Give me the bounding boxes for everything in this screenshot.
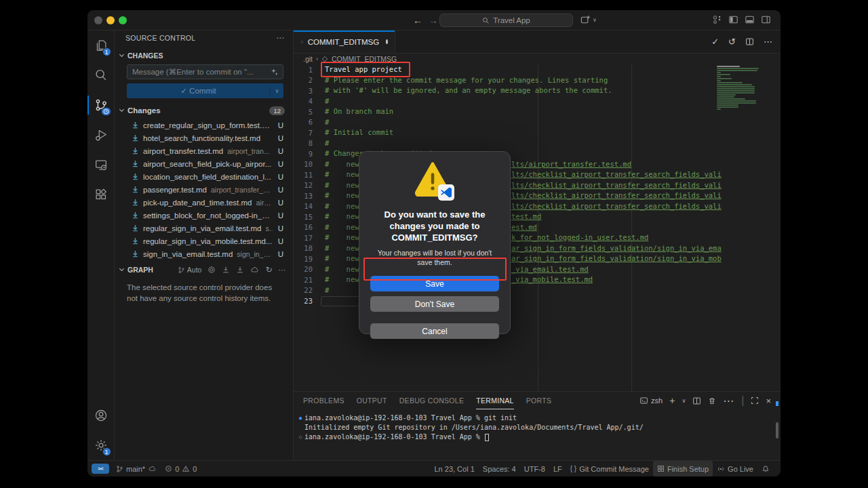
changes-tree-header[interactable]: Changes 12 — [115, 104, 293, 117]
panel-tab-debug-console[interactable]: DEBUG CONSOLE — [399, 392, 465, 409]
dont-save-button[interactable]: Don't Save — [370, 296, 499, 312]
git-status-letter: U — [273, 147, 283, 155]
changed-file-row[interactable]: regular_sign_in_via_mobile.test.md...U — [115, 235, 293, 247]
chevron-down-icon[interactable]: ∨ — [682, 398, 686, 404]
error-count: 0 — [175, 465, 179, 473]
panel-tab-problems[interactable]: PROBLEMS — [303, 392, 344, 409]
eol-item[interactable]: LF — [549, 461, 566, 476]
command-center-search[interactable]: Travel App — [439, 14, 573, 27]
cancel-button[interactable]: Cancel — [370, 323, 499, 339]
push-icon[interactable] — [236, 266, 244, 274]
finish-setup-icon — [657, 465, 665, 472]
changed-file-row[interactable]: create_regular_sign_up_form.test.mdU — [115, 119, 293, 131]
chevron-down-icon — [119, 107, 124, 112]
fetch-cloud-icon[interactable] — [250, 266, 259, 274]
markdown-file-icon — [131, 146, 140, 155]
graph-auto-toggle[interactable]: Auto — [178, 266, 202, 274]
sidebar-item-extensions[interactable] — [87, 180, 115, 209]
cursor-position-item[interactable]: Ln 23, Col 1 — [430, 461, 478, 476]
traffic-light-close[interactable] — [94, 16, 102, 24]
terminal-profile-chip[interactable]: zsh — [639, 396, 663, 405]
branch-status-item[interactable]: main* — [112, 461, 161, 476]
toggle-sidebar-right-icon[interactable] — [761, 15, 771, 24]
problems-status-item[interactable]: 0 0 — [161, 461, 201, 476]
tab-commit-editmsg[interactable]: COMMIT_EDITMSG — [294, 30, 395, 53]
commit-button[interactable]: ✓ Commit ∨ — [127, 83, 283, 98]
more-actions-icon[interactable]: ⋯ — [723, 394, 734, 407]
sidebar-item-run-debug[interactable] — [87, 120, 115, 150]
changed-file-row[interactable]: settings_block_for_not_logged-in_u...U — [115, 209, 293, 222]
split-editor-icon[interactable] — [745, 37, 754, 46]
extensions-icon — [94, 187, 108, 202]
maximize-panel-icon[interactable] — [751, 396, 759, 405]
changed-file-row[interactable]: airport_search_field_pick-up_airpor...U — [115, 157, 293, 170]
changed-file-row[interactable]: airport_transfer.test.mdairport_tran...U — [115, 144, 293, 157]
forward-arrow-icon[interactable]: → — [429, 14, 438, 26]
sidebar-item-explorer[interactable]: 1 — [87, 30, 115, 60]
commit-dropdown-chevron-icon[interactable]: ∨ — [270, 87, 283, 94]
terminal-scrollbar[interactable] — [776, 401, 778, 439]
chevron-down-icon[interactable]: ∨ — [593, 17, 597, 23]
more-actions-icon[interactable]: ⋯ — [764, 37, 772, 47]
sidebar-item-remote-explorer[interactable] — [87, 150, 115, 180]
more-actions-icon[interactable]: ⋯ — [279, 266, 287, 274]
sidebar-item-source-control[interactable] — [87, 90, 115, 120]
dialog-title: Do you want to save the changes you made… — [370, 209, 499, 243]
panel-tab-ports[interactable]: PORTS — [526, 392, 551, 409]
notifications-bell-icon[interactable] — [757, 461, 774, 476]
sparkle-icon[interactable] — [271, 68, 279, 76]
encoding-item[interactable]: UTF-8 — [520, 461, 549, 476]
changed-file-row[interactable]: hotel_search_functionality.test.mdU — [115, 131, 293, 144]
markdown-file-icon — [131, 121, 140, 129]
language-mode-item[interactable]: { } Git Commit Message — [566, 461, 653, 476]
markdown-file-icon — [131, 237, 140, 245]
commit-message-input[interactable] — [132, 68, 271, 76]
split-terminal-icon[interactable] — [692, 396, 701, 405]
command-center-label: Travel App — [493, 16, 530, 24]
command-decoration-icon: ● — [296, 413, 304, 423]
remote-indicator[interactable]: >< — [92, 464, 109, 474]
trash-icon[interactable] — [708, 396, 716, 405]
sidebar-item-search[interactable] — [87, 60, 115, 90]
breadcrumb-root[interactable]: .git — [303, 55, 313, 63]
changed-file-row[interactable]: sign_in_via_email.test.mdsign_in_fo...U — [115, 247, 293, 260]
discard-icon[interactable]: ↺ — [728, 37, 736, 47]
code-line[interactable]: 7# Initial commit — [294, 127, 781, 138]
changes-section-header[interactable]: CHANGES — [115, 49, 293, 62]
refresh-icon[interactable]: ↻ — [265, 265, 272, 274]
search-icon — [94, 68, 108, 83]
pull-icon[interactable] — [222, 266, 230, 274]
accept-commit-icon[interactable]: ✓ — [711, 37, 719, 47]
new-terminal-icon[interactable]: + — [669, 395, 675, 406]
traffic-light-zoom[interactable] — [119, 16, 127, 24]
terminal-output[interactable]: ●iana.zavoloka@ip-192-168-0-103 Travel A… — [294, 409, 781, 442]
changed-file-row[interactable]: passenger.test.mdairport_transfer_s...U — [115, 183, 293, 196]
changed-file-row[interactable]: regular_sign_in_via_email.test.mdsi...U — [115, 222, 293, 235]
new-panel-plus-icon[interactable] — [580, 15, 591, 25]
toggle-panel-icon[interactable] — [745, 15, 755, 24]
code-line[interactable]: 8# — [294, 138, 781, 149]
graph-section-header[interactable]: GRAPH Auto ↻ ⋯ — [115, 263, 293, 277]
settings-gear-icon[interactable]: 1 — [87, 430, 115, 460]
code-line[interactable]: 4# — [294, 96, 781, 107]
back-arrow-icon[interactable]: ← — [413, 14, 422, 26]
customize-layout-icon[interactable] — [713, 15, 722, 24]
go-live-item[interactable]: Go Live — [713, 461, 757, 476]
changed-file-row[interactable]: pick-up_date_and_time.test.mdairp...U — [115, 196, 293, 209]
dirty-indicator-dot[interactable] — [386, 39, 388, 44]
code-line[interactable]: 3# with '#' will be ignored, and an empt… — [294, 85, 781, 96]
traffic-light-minimize[interactable] — [106, 16, 115, 24]
target-icon[interactable] — [208, 266, 216, 274]
minimap[interactable] — [717, 66, 770, 110]
accounts-icon[interactable] — [87, 401, 115, 430]
close-panel-icon[interactable]: × — [766, 396, 771, 406]
code-line[interactable]: 5# On branch main — [294, 106, 781, 117]
toggle-sidebar-left-icon[interactable] — [728, 15, 738, 24]
panel-tab-output[interactable]: OUTPUT — [357, 392, 387, 409]
panel-tab-terminal[interactable]: TERMINAL — [476, 392, 514, 409]
changed-file-row[interactable]: location_search_field_destination_l...U — [115, 170, 293, 183]
code-line[interactable]: 6# — [294, 117, 781, 128]
indentation-item[interactable]: Spaces: 4 — [479, 461, 520, 476]
finish-setup-item[interactable]: Finish Setup — [653, 461, 713, 476]
more-actions-icon[interactable]: ⋯ — [276, 33, 285, 43]
